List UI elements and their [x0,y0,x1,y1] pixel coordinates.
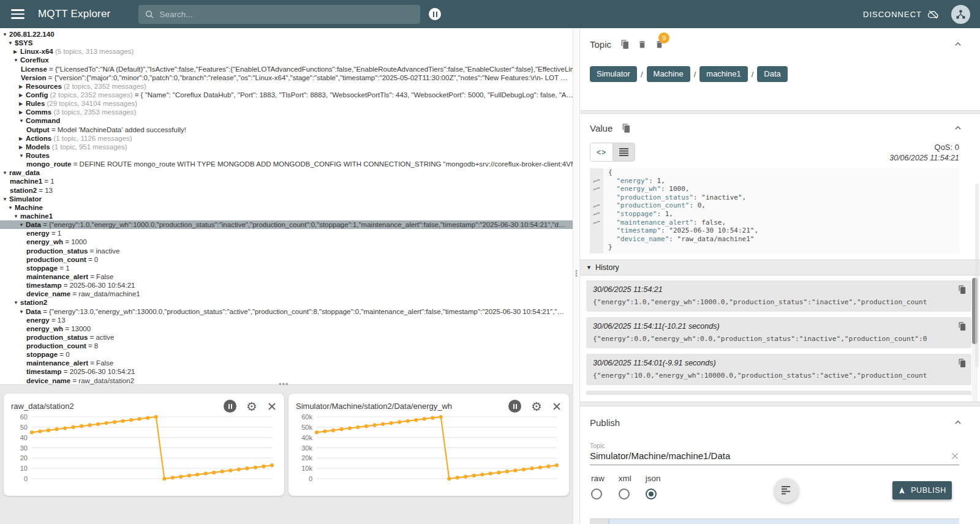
tree-row[interactable]: energy_wh = 1000 [0,238,573,246]
tree-row[interactable]: production_count = 0 [0,255,573,264]
sparkline-icon[interactable] [590,210,603,219]
expander-icon[interactable]: ▼ [2,195,9,203]
sparkline-icon[interactable] [590,219,603,227]
tree-row[interactable]: timestamp = 2025-06-30 10:54:21 [0,281,573,290]
expander-icon[interactable]: ▼ [8,204,15,212]
chart-settings-icon[interactable]: ⚙ [246,400,257,413]
editor-body[interactable] [608,519,959,524]
avatar[interactable] [951,5,970,24]
tree-row[interactable]: ▼Data = {"energy":1.0,"energy_wh":1000.0… [0,220,573,229]
collapse-topic-icon[interactable] [952,38,964,50]
chart-pause-button[interactable] [224,400,236,413]
tree-row[interactable]: ▶Actions (1 topic, 1126 messages) [0,134,573,143]
expander-icon[interactable]: ▼ [19,221,26,229]
copy-topic-icon[interactable] [620,39,630,50]
expander-icon[interactable]: ▼ [2,31,9,39]
chart-pause-button[interactable] [508,400,521,413]
tree-row[interactable]: production_count = 8 [0,342,573,350]
tree-row[interactable]: ▼Command [0,116,573,125]
tree-row[interactable]: ▼Coreflux [0,56,573,64]
copy-history-icon[interactable] [957,358,967,368]
chart-plot[interactable]: 010k20k30k40k50k60k [296,413,562,487]
expander-icon[interactable]: ▼ [13,212,20,220]
expander-icon[interactable]: ▼ [19,152,26,160]
tree-row[interactable]: production_status = inactive [0,247,573,255]
topic-chip[interactable]: Simulator [590,66,637,82]
expander-icon[interactable]: ▼ [8,39,15,47]
tree-row[interactable]: ▶Linux-x64 (5 topics, 313 messages) [0,47,573,56]
sparkline-icon[interactable] [590,185,603,193]
code-view-button[interactable]: <> [590,143,612,161]
format-option-raw[interactable]: raw [591,474,605,500]
resize-handle-icon[interactable]: ••• [279,380,289,389]
search-box[interactable] [138,5,420,24]
tree-row[interactable]: device_name = raw_data/machine1 [0,290,573,298]
tree-row[interactable]: maintenance_alert = False [0,272,573,281]
search-input[interactable] [160,10,415,19]
history-entry[interactable]: 30/06/2025 11:54:11(-10.21 seconds) {"en… [586,317,971,348]
chart-close-icon[interactable] [267,402,277,411]
chart-close-icon[interactable] [552,402,562,411]
format-option-xml[interactable]: xml [619,474,631,500]
chart-settings-icon[interactable]: ⚙ [531,400,542,413]
publish-topic-input[interactable] [590,451,951,461]
publish-button[interactable]: PUBLISH [892,481,952,500]
panel-splitter[interactable]: ••• [573,28,580,524]
tree-row[interactable]: energy = 13 [0,316,573,324]
topic-chip[interactable]: Machine [647,66,690,82]
topic-chip[interactable]: Data [757,66,787,82]
tree-row[interactable]: ▶Resources (2 topics, 2352 messages) [0,82,573,91]
expander-icon[interactable]: ▼ [13,299,20,307]
tree-row[interactable]: ▼Data = {"energy":13.0,"energy_wh":13000… [0,307,573,316]
tree-row[interactable]: ▼raw_data [0,168,573,177]
expander-icon[interactable]: ▼ [19,308,26,316]
tree-row[interactable]: ▼machine1 [0,212,573,220]
tree-row[interactable]: ▼206.81.22.140 [0,30,573,39]
tree-row[interactable]: energy_wh = 13000 [0,324,573,333]
pause-stream-button[interactable] [429,8,441,20]
expander-icon[interactable]: ▶ [19,135,26,143]
tree-row[interactable]: machine1 = 1 [0,177,573,185]
raw-view-button[interactable] [612,143,635,161]
tree-row[interactable]: ▶Models (1 topic, 951 messages) [0,143,573,151]
tree-row[interactable]: License = {"LicensedTo":"N/A (Default)",… [0,65,573,73]
tree-row[interactable]: timestamp = 2025-06-30 10:54:21 [0,367,573,376]
expander-icon[interactable]: ▼ [13,56,20,64]
chart-plot[interactable]: 0102030405060 [11,413,277,487]
sparkline-icon[interactable] [590,177,603,185]
format-radio-xml[interactable] [619,488,630,500]
tree-row[interactable]: maintenance_alert = False [0,359,573,367]
tree-row[interactable]: mongo_route = DEFINE ROUTE mongo_route W… [0,160,573,168]
history-header[interactable]: ▼History [580,260,980,275]
copy-history-icon[interactable] [957,321,967,331]
tree-row[interactable]: ▼station2 [0,298,573,307]
copy-value-icon[interactable] [621,123,631,133]
tree-row[interactable]: energy = 1 [0,229,573,238]
format-option-json[interactable]: json [646,474,661,500]
tree-row[interactable]: stoppage = 1 [0,264,573,272]
tree-row[interactable]: ▼Machine [0,203,573,212]
topic-chip[interactable]: machine1 [699,66,747,82]
expander-icon[interactable]: ▶ [19,143,26,151]
clear-topic-icon[interactable] [951,452,959,460]
tree-row[interactable]: ▼Simulator [0,195,573,203]
format-payload-button[interactable] [774,478,799,503]
delete-topic-icon[interactable] [638,39,647,50]
disconnect-button[interactable]: DISCONNECT [863,9,939,20]
delete-retained-icon[interactable]: 9 [655,39,664,50]
tree-row[interactable]: stoppage = 0 [0,350,573,359]
tree-row[interactable]: Output = Model 'MachineData' added succe… [0,125,573,134]
expander-icon[interactable]: ▶ [19,108,26,116]
sparkline-icon[interactable] [590,201,603,210]
tree-row[interactable]: ▼$SYS [0,39,573,47]
expander-icon[interactable]: ▶ [13,48,20,56]
history-entry[interactable]: 30/06/2025 11:54:21 {"energy":1.0,"energ… [586,280,971,312]
tree-row[interactable]: Version = {"version":{"major":0,"minor":… [0,73,573,82]
expander-icon[interactable]: ▼ [19,117,26,125]
tree-row[interactable]: ▶Config (2 topics, 2352 messages) = { "N… [0,91,573,99]
right-panel-scrollbar[interactable] [975,184,979,367]
menu-icon[interactable] [11,7,24,21]
tree-row[interactable]: ▶Comms (3 topics, 2353 messages) [0,108,573,116]
expander-icon[interactable]: ▶ [19,91,26,99]
copy-history-icon[interactable] [957,285,967,294]
